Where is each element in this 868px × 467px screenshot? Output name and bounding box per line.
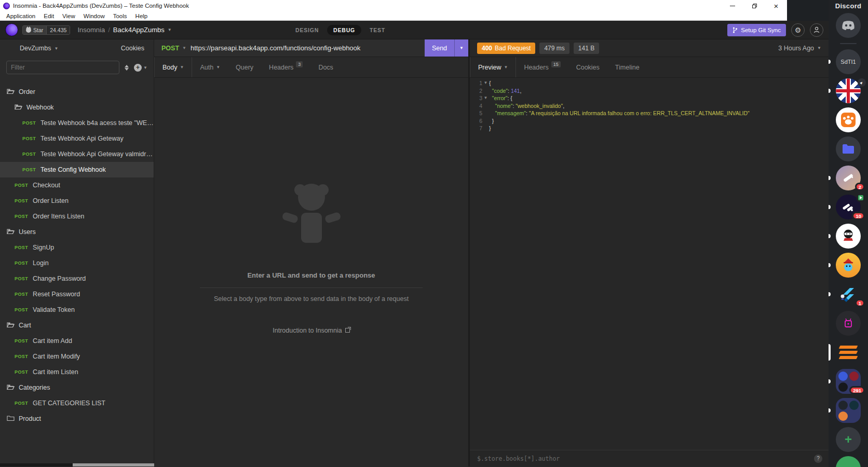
menu-tools[interactable]: Tools	[109, 13, 131, 19]
menu-view[interactable]: View	[58, 13, 79, 19]
minimize-icon	[730, 6, 735, 6]
insomnia-logo[interactable]	[5, 23, 18, 36]
token: ,	[563, 103, 564, 109]
menu-window[interactable]: Window	[79, 13, 109, 19]
chevron-down-icon: ▼	[168, 28, 172, 32]
scrollbar-thumb[interactable]	[73, 463, 154, 466]
sidebar-request-order-itens-listen[interactable]: POSTOrder Itens Listen	[0, 209, 154, 224]
discord-server-orange-slashes[interactable]	[829, 340, 868, 365]
discord-server-uk-flag[interactable]: ▲	[829, 78, 868, 103]
sidebar-request-cart-item-listen[interactable]: POSTCart item Listen	[0, 364, 154, 380]
sidebar-request-teste-webhook-api-geteway-valmid[interactable]: POSTTeste Webhook Api Geteway valmidr…	[0, 146, 154, 162]
send-options-button[interactable]: ▼	[454, 39, 468, 57]
help-icon[interactable]: ?	[814, 455, 822, 463]
discord-server-paw[interactable]	[829, 107, 868, 132]
discord-server-gradient-server[interactable]: 2	[829, 166, 868, 190]
discord-server-bird[interactable]	[829, 253, 868, 278]
sidebar-scrollbar[interactable]	[0, 463, 154, 466]
response-tab-headers[interactable]: Headers15	[516, 57, 568, 77]
discord-server-blue-folder[interactable]	[829, 136, 868, 161]
discord-server-discord-home[interactable]	[829, 13, 868, 38]
folder-label: Order	[19, 88, 35, 95]
response-history-dropdown[interactable]: 3 Hours Ago▼	[778, 45, 821, 52]
sidebar-request-reset-password[interactable]: POSTReset Password	[0, 286, 154, 302]
settings-button[interactable]: ⚙	[791, 23, 805, 37]
discord-server-sdti1[interactable]: SdTI1	[829, 49, 868, 74]
fold-toggle-icon[interactable]: ▼	[482, 94, 489, 102]
cookies-button[interactable]: Cookies	[121, 45, 144, 52]
minimize-button[interactable]	[722, 0, 743, 11]
create-button[interactable]: + ▼	[134, 64, 147, 72]
partial-server-icon	[836, 456, 861, 467]
token: }	[489, 118, 494, 124]
menu-edit[interactable]: Edit	[39, 13, 58, 19]
sidebar-folder-webhook[interactable]: Webhook	[0, 100, 154, 115]
sidebar-request-teste-config-webhook[interactable]: POSTTeste Config Webhook	[0, 162, 154, 177]
account-button[interactable]	[810, 23, 823, 37]
request-tab-headers[interactable]: Headers3	[261, 57, 310, 77]
fold-gutter	[482, 125, 489, 132]
response-tab-preview[interactable]: Preview▼	[470, 57, 516, 77]
sidebar-request-teste-webhook-api-geteway[interactable]: POSTTeste Webhook Api Geteway	[0, 131, 154, 146]
response-tab-label: Cookies	[576, 64, 600, 71]
discord-server-flutter[interactable]: 1	[829, 282, 868, 307]
filter-input[interactable]	[6, 61, 119, 74]
sidebar-request-checkout[interactable]: POSTCheckout	[0, 177, 154, 193]
mode-tab-test[interactable]: TEST	[363, 25, 391, 35]
sidebar-request-teste-webhook-b4a-acess-teste-we[interactable]: POSTTeste Webhook b4a acess teste "WEB…	[0, 115, 154, 131]
sidebar-request-login[interactable]: POSTLogin	[0, 255, 154, 271]
intro-link[interactable]: Introduction to Insomnia	[154, 327, 468, 334]
response-tab-timeline[interactable]: Timeline	[607, 57, 647, 77]
url-input[interactable]: https://parseapi.back4app.com/functions/…	[191, 44, 425, 52]
sort-button[interactable]	[125, 65, 129, 71]
sidebar-request-validate-token[interactable]: POSTValidate Token	[0, 302, 154, 318]
environment-selector[interactable]: DevZumbs ▼	[20, 45, 58, 52]
sidebar-request-cart-item-modify[interactable]: POSTCart item Modify	[0, 349, 154, 364]
request-label: Teste Webhook Api Geteway	[40, 135, 124, 142]
discord-server-add-server[interactable]: +	[829, 427, 868, 452]
request-tab-body[interactable]: Body▼	[154, 57, 192, 77]
method-badge: POST	[15, 354, 28, 359]
method-label[interactable]: POST	[161, 45, 179, 52]
sidebar-request-order-listen[interactable]: POSTOrder Listen	[0, 193, 154, 209]
discord-server-ninja[interactable]	[829, 224, 868, 249]
menu-application[interactable]: Application	[2, 13, 39, 19]
sidebar-folder-cart[interactable]: Cart	[0, 318, 154, 333]
response-body-viewer[interactable]: 1▼{2 "code": 141,3▼ "error": {4 "nome": …	[470, 78, 829, 433]
github-star-badge[interactable]: Star 24.435	[22, 25, 70, 35]
sidebar-folder-users[interactable]: Users	[0, 224, 154, 240]
sidebar-request-signup[interactable]: POSTSignUp	[0, 240, 154, 255]
folder-label: Cart	[19, 322, 31, 329]
discord-server-android[interactable]	[829, 311, 868, 336]
request-tab-docs[interactable]: Docs	[310, 57, 341, 77]
mode-tab-debug[interactable]: DEBUG	[327, 25, 361, 35]
request-tab-auth[interactable]: Auth▼	[192, 57, 228, 77]
sidebar-folder-product[interactable]: Product	[0, 411, 154, 427]
fold-toggle-icon[interactable]: ▼	[482, 79, 489, 87]
close-button[interactable]: ×	[765, 0, 787, 11]
response-filter-input[interactable]	[476, 455, 810, 463]
setup-git-sync-button[interactable]: Setup Git Sync	[727, 24, 786, 36]
sidebar-folder-order[interactable]: Order	[0, 84, 154, 100]
sidebar-request-cart-item-add[interactable]: POSTCart item Add	[0, 333, 154, 349]
send-button-group: Send ▼	[425, 39, 468, 57]
discord-server-dark-server[interactable]: 10	[829, 195, 868, 219]
menu-help[interactable]: Help	[131, 13, 152, 19]
mini-server-icon	[838, 382, 848, 392]
discord-server-partial-server[interactable]	[829, 456, 868, 467]
sidebar-request-get-categories-list[interactable]: POSTGET CATEGORIES LIST	[0, 395, 154, 411]
window-gap	[784, 0, 831, 21]
sidebar-folder-categories[interactable]: Categories	[0, 380, 154, 395]
paw-server-icon	[836, 107, 861, 132]
breadcrumb[interactable]: Insomnia / Back4AppZumbs ▼	[77, 26, 171, 34]
restore-button[interactable]	[743, 0, 765, 11]
mode-tab-design[interactable]: DESIGN	[289, 25, 325, 35]
send-button[interactable]: Send	[425, 39, 454, 57]
response-tab-cookies[interactable]: Cookies	[568, 57, 607, 77]
chevron-down-icon: ▼	[182, 46, 186, 50]
sidebar-request-change-password[interactable]: POSTChange Password	[0, 271, 154, 286]
discord-server-server-folder-2[interactable]	[829, 398, 868, 423]
code-text: "code": 141,	[489, 87, 829, 95]
request-tab-query[interactable]: Query	[228, 57, 261, 77]
discord-server-server-folder-291[interactable]: 291	[829, 369, 868, 394]
